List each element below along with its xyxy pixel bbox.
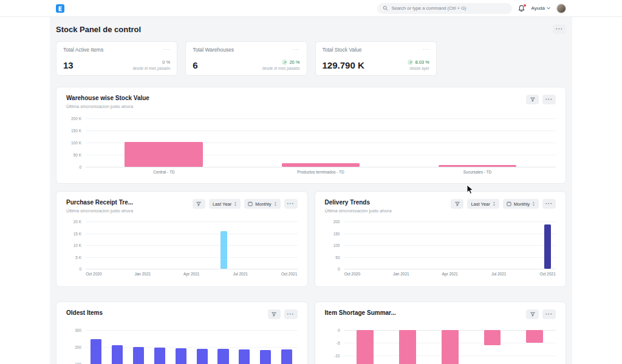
chart-bar[interactable] xyxy=(439,165,517,167)
chart-bar[interactable] xyxy=(112,345,123,364)
purchase-receipt-chart: 20 K15 K10 K5 K0 Oct 2020Jan 2021Apr 202… xyxy=(56,221,307,269)
number-card-value: 13 xyxy=(63,60,73,70)
notifications-button[interactable] xyxy=(518,5,525,12)
ellipsis-icon: ··· xyxy=(545,97,553,103)
filter-icon xyxy=(196,201,201,206)
chart-bar[interactable] xyxy=(239,349,250,364)
card-menu-button[interactable]: ··· xyxy=(542,309,556,319)
timespan-select[interactable]: Last Year xyxy=(467,199,499,209)
help-menu[interactable]: Ayuda xyxy=(531,5,550,11)
y-tick-label: 100 xyxy=(75,362,81,364)
x-tick-label: Jan 2021 xyxy=(134,272,151,276)
filter-icon xyxy=(530,312,535,317)
trend-change: ↗ 8.03 % xyxy=(408,59,429,65)
number-card-title: Total Stock Value xyxy=(323,47,362,53)
calendar-icon xyxy=(248,201,253,206)
app-logo[interactable] xyxy=(56,4,64,13)
chart-bar[interactable] xyxy=(260,350,271,364)
chart-bar[interactable] xyxy=(282,163,360,167)
select-arrows-icon xyxy=(274,201,277,206)
x-tick-label: Oct 2021 xyxy=(539,272,555,276)
chart-bar[interactable] xyxy=(217,349,228,364)
x-tick-label: Central - TD xyxy=(153,170,174,174)
card-menu-button[interactable]: ··· xyxy=(293,47,300,52)
filter-button[interactable] xyxy=(268,309,281,319)
card-menu-button[interactable]: ··· xyxy=(542,95,556,104)
ellipsis-icon: ··· xyxy=(163,47,170,52)
chart-bar[interactable] xyxy=(544,224,551,269)
select-arrows-icon xyxy=(493,201,496,206)
trend-caption: desde el mes pasado xyxy=(132,66,170,70)
filter-button[interactable] xyxy=(451,199,463,209)
number-card-warehouses: Total Warehouses ··· 6 ↗ 20 % desde el m… xyxy=(185,41,307,76)
card-menu-button[interactable]: ··· xyxy=(284,199,298,209)
gridline xyxy=(86,130,556,131)
oldest-items-chart: 300200100 xyxy=(56,330,307,364)
y-tick-label: 50 K xyxy=(73,153,81,157)
chart-title: Item Shortage Summar... xyxy=(325,309,396,316)
ellipsis-icon: ··· xyxy=(545,312,553,317)
filter-button[interactable] xyxy=(193,199,205,209)
x-tick-label: Apr 2021 xyxy=(183,272,199,276)
interval-select[interactable]: Monthly xyxy=(503,199,539,209)
gridline xyxy=(86,234,298,234)
navbar: Search or type a command (Ctrl + G) Ayud… xyxy=(0,0,622,17)
timespan-select[interactable]: Last Year xyxy=(209,199,241,209)
chart-title: Delivery Trends xyxy=(325,199,392,206)
chart-bar[interactable] xyxy=(154,348,165,364)
global-search-input[interactable]: Search or type a command (Ctrl + G) xyxy=(377,3,512,14)
y-tick-label: 20 K xyxy=(73,220,81,224)
chart-subtitle: Última sincronización justo ahora xyxy=(66,208,133,214)
number-card-active-items: Total Active Items ··· 13 0 % desde el m… xyxy=(56,41,177,76)
y-tick-label: -10 xyxy=(334,354,340,358)
chart-bar[interactable] xyxy=(197,349,208,364)
search-icon xyxy=(383,5,388,11)
y-tick-label: 50 xyxy=(335,255,340,259)
plot-area: Oct 2020Jan 2021Apr 2021Jul 2021Oct 2021 xyxy=(344,221,556,269)
user-avatar[interactable] xyxy=(556,4,566,13)
chart-bar[interactable] xyxy=(357,330,374,364)
number-card-stock-value: Total Stock Value ··· 129.790 K ↗ 8.03 %… xyxy=(315,41,437,76)
y-tick-label: -5 xyxy=(337,341,340,345)
chart-bar[interactable] xyxy=(399,330,416,364)
warehouse-stock-chart: 200 K150 K100 K50 K0 Central - TDProduct… xyxy=(56,118,566,167)
chart-bar[interactable] xyxy=(484,330,501,345)
number-card-title: Total Warehouses xyxy=(193,47,234,53)
card-menu-button[interactable]: ··· xyxy=(542,199,556,209)
chart-bar[interactable] xyxy=(125,142,203,167)
y-axis: 200150100500 xyxy=(325,221,344,269)
y-tick-label: 5 K xyxy=(75,255,81,259)
y-tick-label: 0 xyxy=(338,267,340,271)
plot-area: Central - TDProductos terminados - TDSuc… xyxy=(86,118,556,167)
y-tick-label: 15 K xyxy=(73,231,81,235)
page-menu-button[interactable]: ··· xyxy=(553,24,566,34)
notification-dot xyxy=(524,4,526,7)
chart-card-item-shortage: Item Shortage Summar... ··· 0-5-10-15 xyxy=(315,302,567,364)
chart-bar[interactable] xyxy=(281,349,292,364)
delivery-trends-chart: 200150100500 Oct 2020Jan 2021Apr 2021Jul… xyxy=(315,221,566,269)
card-menu-button[interactable]: ··· xyxy=(163,47,170,52)
chart-bar[interactable] xyxy=(176,348,186,364)
y-tick-label: 100 K xyxy=(71,141,81,145)
dashboard-page: Stock Panel de control ··· Total Active … xyxy=(0,17,622,364)
chart-bar[interactable] xyxy=(442,330,459,364)
filter-icon xyxy=(530,97,535,102)
filter-button[interactable] xyxy=(526,95,539,104)
chart-bar[interactable] xyxy=(133,347,144,364)
number-card-title: Total Active Items xyxy=(63,47,103,53)
y-tick-label: 150 K xyxy=(71,129,81,133)
interval-select[interactable]: Monthly xyxy=(244,199,280,209)
chart-subtitle: Última sincronización justo ahora xyxy=(66,104,149,109)
ellipsis-icon: ··· xyxy=(556,27,563,32)
item-shortage-chart: 0-5-10-15 xyxy=(315,330,566,364)
card-menu-button[interactable]: ··· xyxy=(423,47,429,52)
filter-button[interactable] xyxy=(526,309,539,319)
number-card-value: 6 xyxy=(193,60,197,70)
card-menu-button[interactable]: ··· xyxy=(284,309,298,319)
chart-card-purchase-receipt: Purchase Receipt Tre... Última sincroniz… xyxy=(56,191,308,287)
chart-bar[interactable] xyxy=(91,339,101,364)
y-tick-label: 0 xyxy=(79,267,81,271)
chart-bar[interactable] xyxy=(526,330,543,343)
chart-bar[interactable] xyxy=(220,231,227,269)
chart-title: Oldest Items xyxy=(66,309,103,316)
